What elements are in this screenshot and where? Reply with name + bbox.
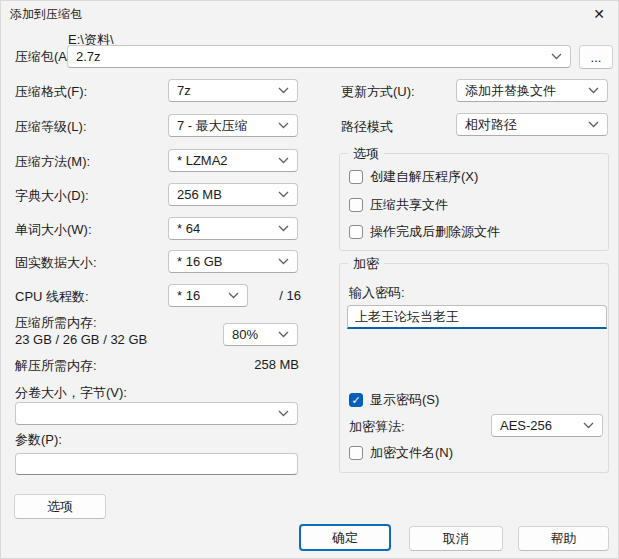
chevron-down-icon	[278, 122, 289, 129]
memory-usage-combobox[interactable]: 80%	[223, 323, 298, 346]
chevron-down-icon	[278, 258, 289, 265]
chevron-down-icon	[583, 422, 594, 429]
solid-block-size-combobox[interactable]: * 16 GB	[168, 250, 298, 273]
dictionary-size-value: 256 MB	[177, 187, 222, 202]
memory-decompress-label: 解压所需内存:	[15, 357, 97, 375]
options-group-title: 选项	[348, 145, 384, 163]
checkbox-icon[interactable]	[349, 225, 363, 239]
compress-shared-label: 压缩共享文件	[370, 196, 448, 214]
dictionary-size-combobox[interactable]: 256 MB	[168, 183, 298, 206]
enter-password-label: 输入密码:	[349, 284, 405, 302]
cpu-threads-label: CPU 线程数:	[15, 288, 89, 306]
archive-name-combobox[interactable]: 2.7z	[67, 45, 571, 68]
encrypt-names-checkbox-row[interactable]: 加密文件名(N)	[349, 444, 453, 462]
options-button[interactable]: 选项	[14, 494, 106, 519]
archive-name-value: 2.7z	[76, 49, 101, 64]
chevron-down-icon	[278, 191, 289, 198]
update-mode-value: 添加并替换文件	[465, 82, 556, 100]
memory-compress-label: 压缩所需内存:	[15, 314, 97, 332]
chevron-down-icon	[588, 87, 599, 94]
chevron-down-icon	[278, 87, 289, 94]
memory-usage-value: 80%	[232, 327, 258, 342]
split-volume-label: 分卷大小，字节(V):	[15, 384, 127, 402]
chevron-down-icon	[278, 410, 289, 417]
word-size-combobox[interactable]: * 64	[168, 217, 298, 240]
chevron-down-icon	[278, 331, 289, 338]
create-sfx-checkbox-row[interactable]: 创建自解压程序(X)	[349, 168, 478, 186]
chevron-down-icon	[551, 53, 562, 60]
split-volume-combobox[interactable]	[15, 402, 298, 425]
create-sfx-label: 创建自解压程序(X)	[370, 168, 478, 186]
path-mode-value: 相对路径	[465, 116, 517, 134]
chevron-down-icon	[278, 225, 289, 232]
format-label: 压缩格式(F):	[15, 83, 87, 101]
cpu-threads-combobox[interactable]: * 16	[168, 284, 248, 307]
delete-after-checkbox-row[interactable]: 操作完成后删除源文件	[349, 223, 500, 241]
update-mode-combobox[interactable]: 添加并替换文件	[456, 79, 608, 102]
solid-block-size-label: 固实数据大小:	[15, 254, 97, 272]
dialog-title: 添加到压缩包	[10, 6, 82, 23]
chevron-down-icon	[278, 157, 289, 164]
checkbox-icon[interactable]	[349, 170, 363, 184]
level-value: 7 - 最大压缩	[177, 117, 248, 135]
parameters-input[interactable]	[15, 453, 298, 475]
compress-shared-checkbox-row[interactable]: 压缩共享文件	[349, 196, 448, 214]
solid-block-size-value: * 16 GB	[177, 254, 223, 269]
cpu-threads-value: * 16	[177, 288, 200, 303]
method-value: * LZMA2	[177, 153, 228, 168]
path-mode-label: 路径模式	[341, 118, 393, 136]
format-combobox[interactable]: 7z	[168, 79, 298, 102]
checkbox-icon[interactable]	[349, 198, 363, 212]
password-input[interactable]	[347, 305, 607, 329]
parameters-label: 参数(P):	[15, 431, 62, 449]
encryption-group-title: 加密	[348, 255, 384, 273]
update-mode-label: 更新方式(U):	[341, 83, 415, 101]
memory-decompress-value: 258 MB	[201, 357, 299, 372]
word-size-label: 单词大小(W):	[15, 221, 92, 239]
encryption-method-combobox[interactable]: AES-256	[491, 414, 603, 437]
level-label: 压缩等级(L):	[15, 118, 87, 136]
archive-label: 压缩包(A)	[15, 48, 71, 66]
memory-compress-detail: 23 GB / 26 GB / 32 GB	[15, 332, 147, 347]
encrypt-names-label: 加密文件名(N)	[370, 444, 453, 462]
chevron-down-icon	[228, 292, 239, 299]
chevron-down-icon	[588, 121, 599, 128]
method-combobox[interactable]: * LZMA2	[168, 149, 298, 172]
checkbox-icon[interactable]	[349, 446, 363, 460]
path-mode-combobox[interactable]: 相对路径	[456, 113, 608, 136]
method-label: 压缩方法(M):	[15, 153, 90, 171]
checkbox-icon[interactable]: ✓	[349, 393, 363, 407]
word-size-value: * 64	[177, 221, 200, 236]
add-to-archive-dialog: 添加到压缩包 ✕ 压缩包(A) E:\资料\ 2.7z ... 压缩格式(F):…	[0, 0, 619, 559]
close-icon[interactable]: ✕	[588, 4, 610, 24]
encryption-method-label: 加密算法:	[349, 418, 405, 436]
help-button[interactable]: 帮助	[518, 526, 609, 551]
dictionary-size-label: 字典大小(D):	[15, 187, 89, 205]
show-password-label: 显示密码(S)	[370, 391, 439, 409]
level-combobox[interactable]: 7 - 最大压缩	[168, 114, 298, 137]
ok-button[interactable]: 确定	[299, 524, 391, 551]
delete-after-label: 操作完成后删除源文件	[370, 223, 500, 241]
browse-button[interactable]: ...	[579, 45, 613, 69]
cancel-button[interactable]: 取消	[409, 526, 503, 551]
format-value: 7z	[177, 83, 191, 98]
encryption-method-value: AES-256	[500, 418, 552, 433]
cpu-threads-max: / 16	[241, 288, 301, 303]
show-password-checkbox-row[interactable]: ✓ 显示密码(S)	[349, 391, 439, 409]
